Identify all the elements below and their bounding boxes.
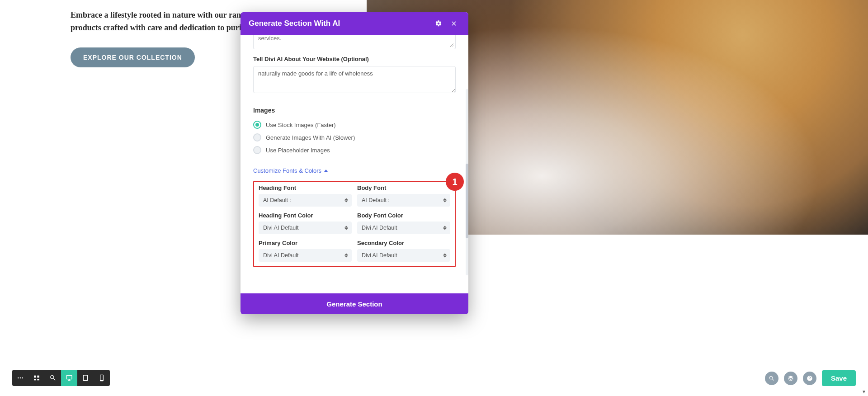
page-description-textarea-tail[interactable]: services. [253, 35, 456, 49]
customize-fonts-colors-label: Customize Fonts & Colors [253, 167, 321, 174]
phone-view-button[interactable] [94, 370, 110, 386]
radio-stock-images[interactable]: Use Stock Images (Faster) [253, 118, 456, 131]
sort-icon [443, 254, 447, 258]
primary-color-label: Primary Color [259, 240, 352, 246]
about-website-textarea[interactable] [253, 66, 456, 93]
radio-placeholder-images[interactable]: Use Placeholder Images [253, 144, 456, 156]
page-scroll-down-icon[interactable]: ▼ [861, 389, 867, 395]
modal-title: Generate Section With AI [249, 19, 340, 28]
search-button[interactable] [765, 372, 778, 385]
sort-icon [443, 226, 447, 230]
svg-rect-3 [34, 376, 36, 378]
svg-rect-5 [34, 379, 36, 380]
tablet-view-button[interactable] [77, 370, 94, 386]
explore-collection-button[interactable]: EXPLORE OUR COLLECTION [71, 47, 195, 67]
modal-header: Generate Section With AI [241, 12, 468, 35]
secondary-color-select[interactable]: Divi AI Default [357, 249, 450, 262]
radio-dot-icon [253, 146, 261, 154]
sort-icon [344, 198, 348, 203]
radio-dot-icon [253, 133, 261, 141]
sort-icon [443, 198, 447, 203]
radio-placeholder-images-label: Use Placeholder Images [266, 147, 330, 154]
caret-up-icon [324, 170, 328, 172]
settings-icon[interactable] [432, 17, 445, 30]
annotation-badge-1: 1 [446, 173, 464, 191]
body-font-label: Body Font [357, 184, 450, 191]
images-heading: Images [253, 107, 456, 114]
layers-button[interactable] [784, 372, 797, 385]
svg-rect-6 [37, 379, 39, 380]
customize-fonts-colors-toggle[interactable]: Customize Fonts & Colors [253, 167, 328, 174]
view-switcher [12, 370, 110, 386]
bottom-toolbar: Save [0, 369, 868, 396]
close-icon[interactable] [448, 17, 460, 30]
radio-dot-selected-icon [253, 121, 261, 129]
heading-font-color-label: Heading Font Color [259, 212, 352, 219]
body-font-color-label: Body Font Color [357, 212, 450, 219]
body-font-color-value: Divi AI Default [362, 225, 397, 231]
wireframe-view-button[interactable] [28, 370, 45, 386]
heading-font-label: Heading Font [259, 184, 352, 191]
heading-font-value: AI Default : [263, 197, 291, 203]
secondary-color-label: Secondary Color [357, 240, 450, 246]
about-website-label: Tell Divi AI About Your Website (Optiona… [253, 56, 456, 62]
sort-icon [344, 226, 348, 230]
sort-icon [344, 254, 348, 258]
desktop-view-button[interactable] [61, 370, 77, 386]
more-menu-button[interactable] [12, 370, 28, 386]
modal-scrollbar[interactable] [466, 89, 468, 275]
radio-stock-images-label: Use Stock Images (Faster) [266, 122, 336, 128]
help-button[interactable] [803, 372, 816, 385]
modal-scrollbar-thumb[interactable] [466, 164, 468, 238]
generate-section-button[interactable]: Generate Section [241, 293, 468, 314]
primary-color-value: Divi AI Default [263, 252, 299, 259]
radio-ai-images[interactable]: Generate Images With AI (Slower) [253, 131, 456, 144]
body-font-value: AI Default : [362, 197, 390, 203]
svg-point-2 [22, 377, 23, 379]
page-background: Embrace a lifestyle rooted in nature wit… [0, 0, 868, 396]
page-description-textarea-tail-text: services. [258, 35, 281, 42]
svg-rect-4 [37, 376, 39, 378]
bottom-right-controls: Save [765, 370, 856, 386]
fonts-colors-highlight-box: 1 Heading Font AI Default : Body Font AI… [253, 181, 456, 267]
svg-point-1 [20, 377, 21, 379]
save-button[interactable]: Save [822, 370, 856, 386]
modal-body: services. Tell Divi AI About Your Websit… [241, 35, 468, 293]
radio-ai-images-label: Generate Images With AI (Slower) [266, 134, 355, 141]
svg-point-0 [18, 377, 19, 379]
body-font-select[interactable]: AI Default : [357, 194, 450, 207]
body-font-color-select[interactable]: Divi AI Default [357, 222, 450, 234]
zoom-view-button[interactable] [45, 370, 61, 386]
heading-font-color-select[interactable]: Divi AI Default [259, 222, 352, 234]
primary-color-select[interactable]: Divi AI Default [259, 249, 352, 262]
generate-section-modal: Generate Section With AI services. Tell … [241, 12, 468, 314]
modal-footer: Generate Section [241, 293, 468, 314]
heading-font-select[interactable]: AI Default : [259, 194, 352, 207]
heading-font-color-value: Divi AI Default [263, 225, 299, 231]
secondary-color-value: Divi AI Default [362, 252, 397, 259]
